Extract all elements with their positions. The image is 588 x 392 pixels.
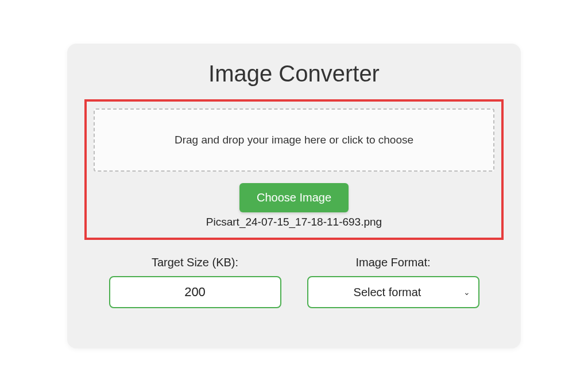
image-format-label: Image Format:	[355, 256, 430, 269]
converter-card: Image Converter Drag and drop your image…	[67, 44, 521, 348]
target-size-label: Target Size (KB):	[152, 256, 238, 269]
image-format-group: Image Format: Select format ⌄	[307, 256, 479, 308]
image-format-select[interactable]: Select format	[307, 276, 479, 308]
target-size-group: Target Size (KB):	[109, 256, 281, 308]
choose-section: Choose Image Picsart_24-07-15_17-18-11-6…	[94, 183, 494, 228]
choose-image-button[interactable]: Choose Image	[239, 183, 349, 212]
dropzone-instruction: Drag and drop your image here or click t…	[175, 134, 413, 146]
page-title: Image Converter	[84, 61, 504, 87]
image-dropzone[interactable]: Drag and drop your image here or click t…	[94, 108, 494, 172]
controls-row: Target Size (KB): Image Format: Select f…	[84, 256, 504, 308]
image-format-select-wrapper: Select format ⌄	[307, 276, 479, 308]
upload-highlight-box: Drag and drop your image here or click t…	[84, 99, 504, 240]
selected-filename: Picsart_24-07-15_17-18-11-693.png	[94, 216, 494, 228]
target-size-input[interactable]	[109, 276, 281, 308]
